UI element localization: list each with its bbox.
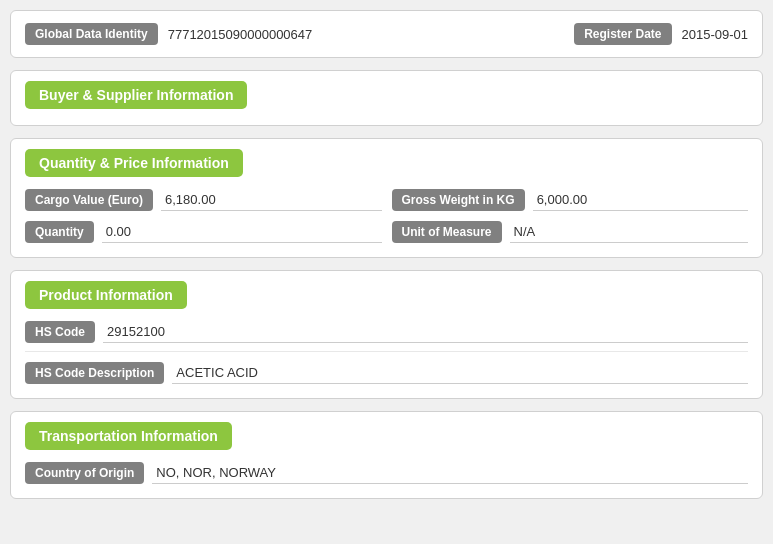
country-of-origin-value: NO, NOR, NORWAY <box>152 462 748 484</box>
product-info-card: Product Information HS Code 29152100 HS … <box>10 270 763 399</box>
hs-code-label: HS Code <box>25 321 95 343</box>
unit-of-measure-value: N/A <box>510 221 748 243</box>
quantity-group: Quantity 0.00 <box>25 221 382 243</box>
buyer-supplier-title: Buyer & Supplier Information <box>25 81 247 109</box>
country-of-origin-row: Country of Origin NO, NOR, NORWAY <box>25 462 748 484</box>
register-date-label: Register Date <box>574 23 671 45</box>
cargo-value-value: 6,180.00 <box>161 189 381 211</box>
hs-code-desc-label: HS Code Description <box>25 362 164 384</box>
product-info-header: Product Information <box>25 281 748 311</box>
product-info-title: Product Information <box>25 281 187 309</box>
quantity-uom-row: Quantity 0.00 Unit of Measure N/A <box>25 221 748 243</box>
quantity-value: 0.00 <box>102 221 382 243</box>
hs-code-value: 29152100 <box>103 321 748 343</box>
quantity-price-title: Quantity & Price Information <box>25 149 243 177</box>
quantity-price-header: Quantity & Price Information <box>25 149 748 179</box>
gross-weight-group: Gross Weight in KG 6,000.00 <box>392 189 749 211</box>
gross-weight-value: 6,000.00 <box>533 189 748 211</box>
global-data-identity-card: Global Data Identity 7771201509000000064… <box>10 10 763 58</box>
transport-info-header: Transportation Information <box>25 422 748 452</box>
cargo-value-label: Cargo Value (Euro) <box>25 189 153 211</box>
unit-of-measure-group: Unit of Measure N/A <box>392 221 749 243</box>
global-data-identity-value: 77712015090000000647 <box>168 27 313 42</box>
transport-info-title: Transportation Information <box>25 422 232 450</box>
buyer-supplier-card: Buyer & Supplier Information <box>10 70 763 126</box>
hs-code-desc-row: HS Code Description ACETIC ACID <box>25 362 748 384</box>
global-data-identity-label: Global Data Identity <box>25 23 158 45</box>
product-divider <box>25 351 748 352</box>
transport-info-card: Transportation Information Country of Or… <box>10 411 763 499</box>
hs-code-row: HS Code 29152100 <box>25 321 748 343</box>
buyer-supplier-header: Buyer & Supplier Information <box>25 81 748 111</box>
unit-of-measure-label: Unit of Measure <box>392 221 502 243</box>
hs-code-desc-value: ACETIC ACID <box>172 362 748 384</box>
quantity-label: Quantity <box>25 221 94 243</box>
register-date-value: 2015-09-01 <box>682 27 749 42</box>
gross-weight-label: Gross Weight in KG <box>392 189 525 211</box>
country-of-origin-label: Country of Origin <box>25 462 144 484</box>
cargo-gross-row: Cargo Value (Euro) 6,180.00 Gross Weight… <box>25 189 748 211</box>
cargo-value-group: Cargo Value (Euro) 6,180.00 <box>25 189 382 211</box>
quantity-price-card: Quantity & Price Information Cargo Value… <box>10 138 763 258</box>
